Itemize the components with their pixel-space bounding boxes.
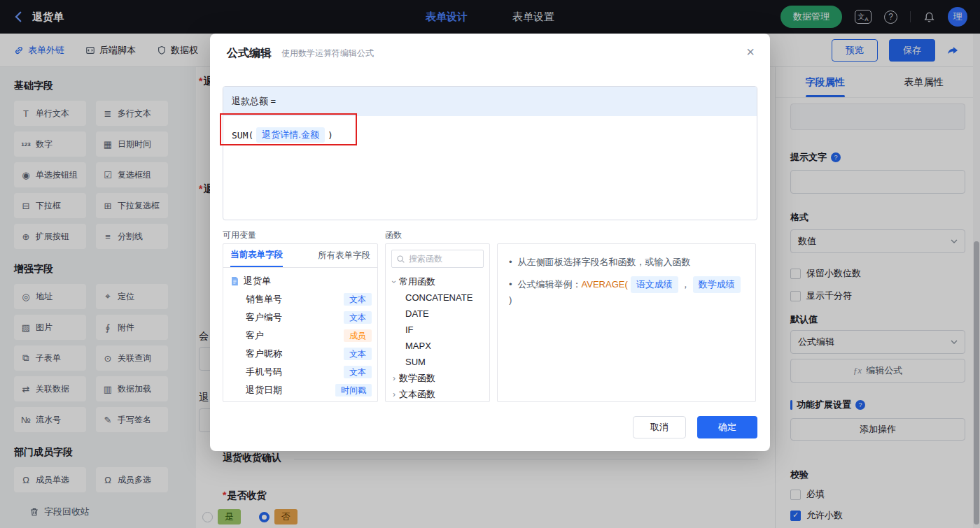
document-icon: [230, 276, 239, 286]
tab-current-form-fields[interactable]: 当前表单字段: [230, 244, 283, 267]
field-type-tag: 文本: [344, 366, 372, 378]
field-type-tag: 文本: [344, 311, 372, 324]
app-window: 退货单 表单设计 表单设置 数据管理 文A ? 理 表单外链 后端脚本 数据权: [0, 0, 980, 528]
variable-row-return-date[interactable]: 退货日期 时间戳: [229, 381, 372, 399]
tab-all-form-fields[interactable]: 所有表单字段: [318, 244, 370, 267]
formula-editor-modal: 公式编辑 使用数学运算符编辑公式 × 退款总额 = SUM( 退货详情.金额 )…: [210, 34, 770, 451]
variable-row-customer-no[interactable]: 客户编号 文本: [229, 308, 372, 327]
functions-panel: › 常用函数 CONCATENATE DATE IF MAPX SUM › 数学…: [385, 243, 490, 402]
function-group-common[interactable]: › 常用函数: [386, 273, 489, 290]
field-type-tag: 时间戳: [335, 384, 372, 397]
modal-header: 公式编辑 使用数学运算符编辑公式 ×: [210, 34, 770, 73]
variable-row-sales-order-no[interactable]: 销售单号 文本: [229, 290, 372, 308]
field-type-tag: 成员: [344, 329, 372, 342]
function-item-sum[interactable]: SUM: [386, 354, 489, 370]
available-variables-label: 可用变量: [223, 229, 256, 241]
tip-line-2: • 公式编辑举例： AVERAGE( 语文成绩 ， 数学成绩 ): [509, 276, 744, 307]
example-field-chip: 数学成绩: [693, 276, 741, 293]
field-type-tag: 文本: [344, 293, 372, 306]
formula-help-panel: • 从左侧面板选择字段名和函数，或输入函数 • 公式编辑举例： AVERAGE(…: [497, 243, 756, 402]
variables-panel: 当前表单字段 所有表单字段 退货单 销售单号 文本 客户编号 文本 客户: [223, 243, 378, 402]
chevron-collapsed-icon: ›: [393, 390, 396, 399]
tip-line-1: • 从左侧面板选择字段名和函数，或输入函数: [509, 255, 744, 269]
function-item-date[interactable]: DATE: [386, 306, 489, 322]
modal-footer: 取消 确定: [633, 416, 757, 438]
formula-field-chip[interactable]: 退货详情.金额: [256, 127, 325, 143]
chevron-expanded-icon: ›: [389, 280, 399, 283]
variables-tabs: 当前表单字段 所有表单字段: [223, 244, 377, 268]
function-group-text[interactable]: › 文本函数: [386, 386, 489, 402]
formula-editor-box[interactable]: 退款总额 = SUM( 退货详情.金额 ): [223, 86, 757, 220]
modal-title: 公式编辑: [227, 46, 272, 61]
confirm-button[interactable]: 确定: [697, 416, 757, 438]
example-function-name: AVERAGE(: [582, 278, 628, 292]
tree-root-form[interactable]: 退货单: [229, 272, 372, 290]
chevron-collapsed-icon: ›: [393, 373, 396, 383]
cancel-button[interactable]: 取消: [633, 416, 686, 438]
close-icon[interactable]: ×: [746, 45, 755, 59]
variable-row-phone[interactable]: 手机号码 文本: [229, 363, 372, 381]
function-group-math[interactable]: › 数学函数: [386, 370, 489, 386]
search-icon: [396, 255, 405, 264]
function-search-input[interactable]: [409, 254, 479, 264]
modal-subtitle: 使用数学运算符编辑公式: [281, 48, 374, 59]
function-item-mapx[interactable]: MAPX: [386, 338, 489, 354]
function-search-box[interactable]: [391, 250, 484, 268]
field-type-tag: 文本: [344, 348, 372, 360]
example-field-chip: 语文成绩: [631, 276, 678, 293]
function-item-if[interactable]: IF: [386, 322, 489, 338]
variables-tree: 退货单 销售单号 文本 客户编号 文本 客户 成员 客户昵称 文本: [223, 268, 377, 402]
variable-row-customer-nickname[interactable]: 客户昵称 文本: [229, 345, 372, 363]
formula-function-name: SUM(: [232, 130, 253, 141]
formula-expression[interactable]: SUM( 退货详情.金额 ): [223, 116, 757, 154]
functions-label: 函数: [385, 229, 402, 241]
function-item-concatenate[interactable]: CONCATENATE: [386, 290, 489, 306]
variable-row-customer[interactable]: 客户 成员: [229, 327, 372, 345]
formula-target-bar: 退款总额 =: [223, 87, 757, 116]
